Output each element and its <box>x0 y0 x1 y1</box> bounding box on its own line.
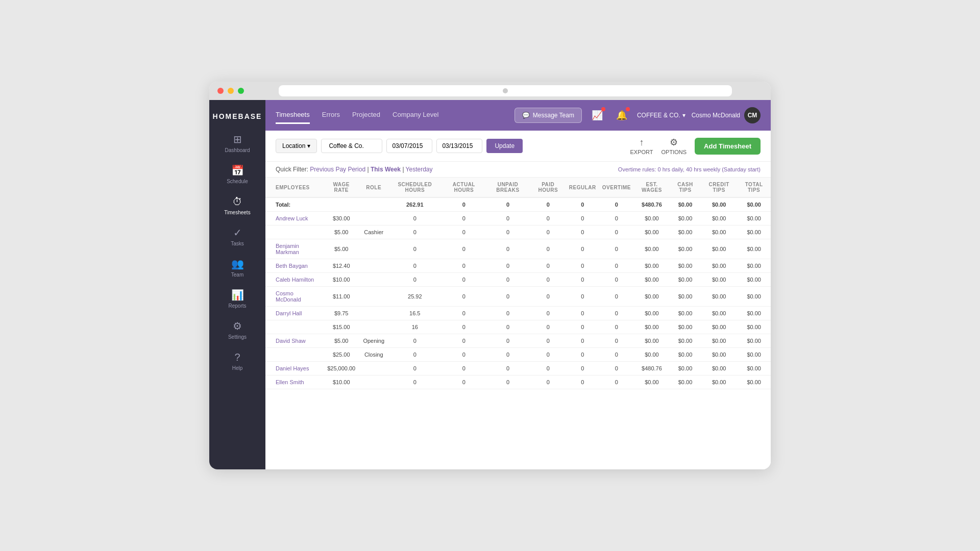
table-row: David Shaw$5.00Opening000000$0.00$0.00$0… <box>265 334 771 348</box>
browser-maximize[interactable] <box>238 88 244 94</box>
sidebar: HOMEBASE ⊞ Dashboard 📅 Schedule ⏱ Timesh… <box>209 100 265 469</box>
top-header: Timesheets Errors Projected Company Leve… <box>265 100 771 131</box>
quick-filter-left: Quick Filter: Previous Pay Period | This… <box>276 166 433 173</box>
employee-link[interactable]: David Shaw <box>276 338 306 344</box>
table-row: Caleb Hamilton$10.00000000$0.00$0.00$0.0… <box>265 273 771 287</box>
table-row: $25.00Closing000000$0.00$0.00$0.00$0.00 <box>265 348 771 362</box>
total-credit-tips: $0.00 <box>701 197 737 212</box>
table-header-row: EMPLOYEES WAGE RATE ROLE SCHEDULED HOURS… <box>265 178 771 197</box>
toolbar-left: Location ▾ Coffee & Co. Update <box>276 139 523 153</box>
overtime-rules-text: Overtime rules: 0 hrs daily, 40 hrs week… <box>618 166 761 172</box>
gear-icon: ⚙ <box>670 137 678 148</box>
table-row: $5.00Cashier000000$0.00$0.00$0.00$0.00 <box>265 226 771 239</box>
total-cash-tips: $0.00 <box>670 197 701 212</box>
sidebar-item-team[interactable]: 👥 Team <box>209 253 265 284</box>
sidebar-item-help[interactable]: ? Help <box>209 346 265 377</box>
table-row: Cosmo McDonald$11.0025.9200000$0.00$0.00… <box>265 287 771 307</box>
table-row: Beth Baygan$12.40000000$0.00$0.00$0.00$0… <box>265 259 771 273</box>
header-nav: Timesheets Errors Projected Company Leve… <box>276 107 438 124</box>
col-overtime: OVERTIME <box>599 178 634 197</box>
options-button[interactable]: ⚙ OPTIONS <box>662 137 687 155</box>
sidebar-item-timesheets[interactable]: ⏱ Timesheets <box>209 190 265 221</box>
employee-link[interactable]: Cosmo McDonald <box>276 290 301 303</box>
browser-bar <box>209 82 771 100</box>
tab-company-level[interactable]: Company Level <box>393 107 438 124</box>
total-actual-hours: 0 <box>443 197 486 212</box>
browser-close[interactable] <box>217 88 224 94</box>
total-total-tips: $0.00 <box>737 197 771 212</box>
sidebar-item-tasks[interactable]: ✓ Tasks <box>209 221 265 253</box>
location-selector[interactable]: COFFEE & CO. ▾ <box>637 112 685 119</box>
employee-link[interactable]: Beth Baygan <box>276 263 308 269</box>
employee-link[interactable]: Daniel Hayes <box>276 365 309 371</box>
browser-url-bar <box>279 85 732 96</box>
table-row: Daniel Hayes$25,000.00000000$480.76$0.00… <box>265 362 771 375</box>
sidebar-item-dashboard[interactable]: ⊞ Dashboard <box>209 128 265 159</box>
timesheets-table: EMPLOYEES WAGE RATE ROLE SCHEDULED HOURS… <box>265 178 771 389</box>
employee-link[interactable]: Caleb Hamilton <box>276 277 314 283</box>
avatar: CM <box>744 107 761 123</box>
location-display: Coffee & Co. <box>321 139 382 153</box>
sidebar-item-settings[interactable]: ⚙ Settings <box>209 315 265 346</box>
message-team-button[interactable]: 💬 Message Team <box>514 108 582 123</box>
notification-badge <box>626 107 630 111</box>
col-est-wages: EST. WAGES <box>634 178 670 197</box>
total-row: Total: 262.91 0 0 0 0 0 $480.76 $0.00 $0… <box>265 197 771 212</box>
date-end-input[interactable] <box>436 139 482 153</box>
col-wage-rate: WAGE RATE <box>323 178 360 197</box>
table-row: Andrew Luck$30.00000000$0.00$0.00$0.00$0… <box>265 212 771 226</box>
notifications-button[interactable]: 🔔 <box>612 106 631 124</box>
chevron-down-icon: ▾ <box>307 142 310 149</box>
table-row: Darryl Hall$9.7516.500000$0.00$0.00$0.00… <box>265 307 771 320</box>
total-regular: 0 <box>566 197 599 212</box>
col-scheduled-hours: SCHEDULED HOURS <box>387 178 443 197</box>
date-start-input[interactable] <box>386 139 432 153</box>
update-button[interactable]: Update <box>486 139 523 153</box>
col-credit-tips: CREDIT TIPS <box>701 178 737 197</box>
export-icon: ↑ <box>640 137 644 148</box>
total-label: Total: <box>265 197 323 212</box>
this-week-link[interactable]: This Week <box>371 166 401 173</box>
activity-badge <box>601 107 605 111</box>
total-est-wages: $480.76 <box>634 197 670 212</box>
browser-minimize[interactable] <box>228 88 234 94</box>
tab-projected[interactable]: Projected <box>352 107 380 124</box>
bell-icon: 🔔 <box>616 110 627 121</box>
reports-icon: 📊 <box>231 290 244 300</box>
export-button[interactable]: ↑ EXPORT <box>630 137 653 155</box>
help-icon: ? <box>234 352 240 362</box>
add-timesheet-button[interactable]: Add Timesheet <box>695 138 761 155</box>
sidebar-item-reports[interactable]: 📊 Reports <box>209 284 265 315</box>
employee-link[interactable]: Benjamin Markman <box>276 243 299 255</box>
previous-pay-period-link[interactable]: Previous Pay Period <box>310 166 365 173</box>
activity-icon: 📈 <box>592 110 603 121</box>
table-row: Benjamin Markman$5.00000000$0.00$0.00$0.… <box>265 239 771 259</box>
settings-icon: ⚙ <box>233 321 242 331</box>
table-row: Ellen Smith$10.00000000$0.00$0.00$0.00$0… <box>265 375 771 389</box>
location-dropdown-button[interactable]: Location ▾ <box>276 139 317 153</box>
total-paid-hours: 0 <box>530 197 566 212</box>
employee-link[interactable]: Darryl Hall <box>276 310 302 316</box>
sidebar-item-schedule[interactable]: 📅 Schedule <box>209 159 265 190</box>
col-regular: REGULAR <box>566 178 599 197</box>
toolbar: Location ▾ Coffee & Co. Update ↑ EXPORT … <box>265 131 771 162</box>
yesterday-link[interactable]: Yesterday <box>406 166 433 173</box>
toolbar-right: ↑ EXPORT ⚙ OPTIONS Add Timesheet <box>630 137 761 155</box>
team-icon: 👥 <box>231 259 244 269</box>
timesheets-icon: ⏱ <box>232 196 242 207</box>
col-cash-tips: CASH TIPS <box>670 178 701 197</box>
employee-link[interactable]: Andrew Luck <box>276 215 308 221</box>
message-icon: 💬 <box>522 112 530 119</box>
tab-errors[interactable]: Errors <box>322 107 340 124</box>
schedule-icon: 📅 <box>231 165 244 176</box>
employee-link[interactable]: Ellen Smith <box>276 379 304 385</box>
col-actual-hours: ACTUAL HOURS <box>443 178 486 197</box>
activity-button[interactable]: 📈 <box>588 106 606 124</box>
total-scheduled-hours: 262.91 <box>387 197 443 212</box>
col-employees: EMPLOYEES <box>265 178 323 197</box>
quick-filter: Quick Filter: Previous Pay Period | This… <box>265 162 771 178</box>
tab-timesheets[interactable]: Timesheets <box>276 107 310 124</box>
user-menu[interactable]: Cosmo McDonald CM <box>692 107 761 123</box>
col-total-tips: TOTAL TIPS <box>737 178 771 197</box>
dashboard-icon: ⊞ <box>233 134 242 144</box>
